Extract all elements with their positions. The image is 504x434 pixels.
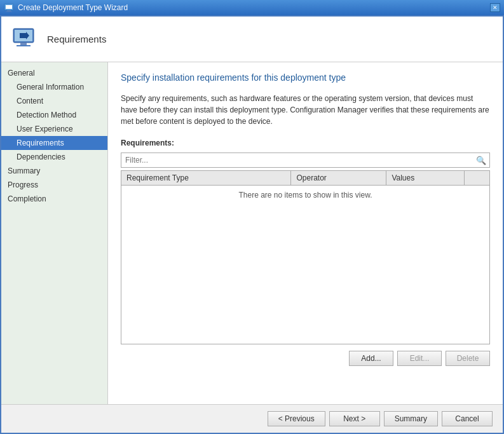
action-buttons: Add... Edit... Delete (121, 351, 490, 366)
sidebar-item-content[interactable]: Content (1, 94, 107, 108)
content-title: Specify installation requirements for th… (121, 72, 490, 83)
summary-button[interactable]: Summary (384, 411, 438, 426)
filter-container: 🔍 (121, 153, 490, 168)
edit-button[interactable]: Edit... (397, 351, 442, 366)
svg-rect-1 (6, 5, 12, 9)
table-empty-message: There are no items to show in this view. (121, 186, 489, 205)
search-icon: 🔍 (476, 156, 486, 165)
sidebar-progress-label: Progress (1, 178, 107, 192)
col-requirement-type: Requirement Type (121, 171, 291, 186)
content-area: Specify installation requirements for th… (108, 62, 503, 404)
table-body-area: There are no items to show in this view. (121, 186, 490, 344)
close-button[interactable]: ✕ (490, 3, 500, 12)
cancel-button[interactable]: Cancel (442, 411, 493, 426)
footer: < Previous Next > Summary Cancel (1, 404, 503, 433)
requirements-label: Requirements: (121, 139, 490, 147)
filter-input[interactable] (121, 153, 490, 168)
computer-icon (11, 26, 38, 53)
title-bar-controls: ✕ (490, 3, 500, 12)
previous-button[interactable]: < Previous (268, 411, 325, 426)
next-button[interactable]: Next > (329, 411, 380, 426)
sidebar-item-detection-method[interactable]: Detection Method (1, 108, 107, 122)
col-extra (465, 171, 490, 186)
delete-button[interactable]: Delete (446, 351, 490, 366)
main-window: Requirements General General Information… (0, 15, 504, 434)
svg-rect-7 (20, 43, 27, 45)
sidebar-item-general-information[interactable]: General Information (1, 80, 107, 94)
col-values: Values (386, 171, 465, 186)
requirements-table: Requirement Type Operator Values (121, 170, 490, 186)
sidebar-completion-label: Completion (1, 192, 107, 206)
sidebar-item-user-experience[interactable]: User Experience (1, 122, 107, 136)
sidebar-summary-label: Summary (1, 164, 107, 178)
header-title: Requirements (47, 34, 106, 44)
svg-rect-3 (6, 11, 12, 12)
title-bar-left: Create Deployment Type Wizard (4, 3, 128, 13)
content-description: Specify any requirements, such as hardwa… (121, 93, 490, 127)
title-bar-title: Create Deployment Type Wizard (18, 3, 128, 12)
sidebar-item-requirements[interactable]: Requirements (1, 136, 107, 150)
sidebar-item-dependencies[interactable]: Dependencies (1, 150, 107, 164)
wizard-icon (4, 3, 14, 13)
svg-rect-8 (17, 45, 31, 46)
col-operator: Operator (291, 171, 386, 186)
add-button[interactable]: Add... (349, 351, 393, 366)
title-bar: Create Deployment Type Wizard ✕ (0, 0, 504, 15)
sidebar: General General Information Content Dete… (1, 62, 108, 404)
svg-rect-2 (7, 10, 11, 11)
body: General General Information Content Dete… (1, 62, 503, 404)
header: Requirements (1, 17, 503, 62)
sidebar-group-general: General (1, 66, 107, 80)
